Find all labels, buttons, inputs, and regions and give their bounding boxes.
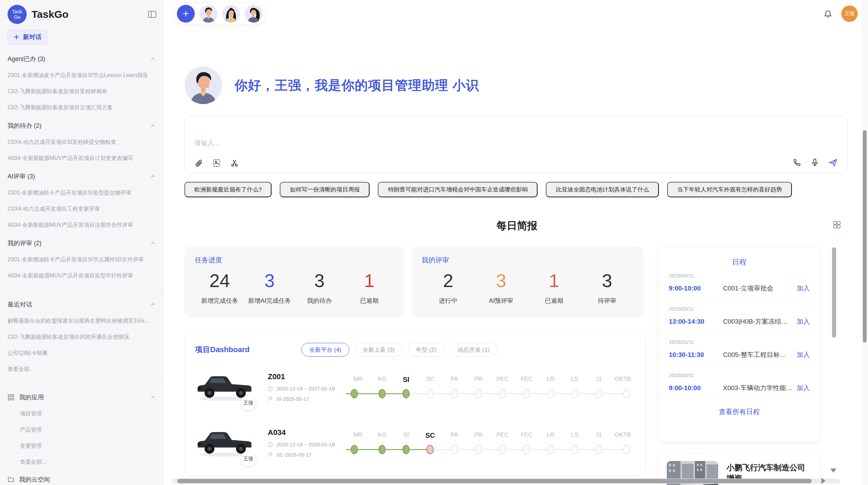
- recent-chat-item[interactable]: 解释最新出台的欧盟报废车法规再生塑料比例被调至15%...: [8, 318, 156, 325]
- sidebar-item-cloud-space[interactable]: 我的云空间: [8, 475, 156, 484]
- group-header-recent-chats[interactable]: 最近对话: [8, 300, 156, 309]
- milestone-dot-pr: [475, 389, 482, 398]
- suggestion-chip[interactable]: 如何写一份清晰的项目周报: [280, 182, 370, 197]
- suggestion-chip[interactable]: 比亚迪全固态电池计划具体说了什么: [546, 182, 659, 197]
- group-header-ai-review[interactable]: AI评审 (3): [8, 172, 156, 181]
- project-row-a034[interactable]: 王强 A034 2023-12-19 ~ 2026-01-19: [195, 421, 635, 465]
- stat-new-done: 24 新增完成任务: [195, 270, 245, 305]
- add-agent-button[interactable]: [177, 5, 195, 23]
- view-all-schedule-link[interactable]: 查看所有日程: [669, 400, 810, 424]
- milestone-lr: LR: [539, 376, 563, 398]
- suggestion-chip[interactable]: 欧洲新规最近颁布了什么?: [184, 182, 272, 197]
- filter-year-model[interactable]: 年型 (2): [408, 343, 444, 357]
- milestone-fec: FEC: [515, 432, 539, 454]
- recent-chat-item[interactable]: C02-飞腾新能源轻客改款项目的闭环通告反馈情况: [8, 334, 156, 341]
- project-node-date: SC-2025-05-17: [268, 452, 346, 458]
- suggestion-chip[interactable]: 当下年轻人对汽车外观有怎样的喜好趋势: [667, 182, 792, 197]
- sidebar-item[interactable]: C02-飞腾新能源轻客改款项目里程碑画布: [8, 88, 156, 95]
- agent-avatar-1[interactable]: [200, 5, 217, 23]
- schedule-name: C005-整车工程目标评审: [723, 350, 793, 359]
- sidebar-nav: Agent已办 (3) Z001-全新燃油皮卡产品开发项目SI节点Lesson …: [0, 55, 163, 485]
- sidebar-item[interactable]: C0X4-动力总成开发项目工程变更评审: [8, 206, 156, 213]
- milestone-pr: PR: [466, 432, 490, 454]
- milestone-dot-lr: [547, 445, 554, 454]
- join-link[interactable]: 加入: [797, 350, 810, 359]
- project-node-date: SI-2025-05-17: [268, 396, 346, 402]
- group-label: 我的待办 (2): [8, 122, 41, 130]
- agent-avatar-3[interactable]: [245, 5, 263, 23]
- sidebar-item-my-apps[interactable]: 我的应用: [8, 393, 156, 401]
- schedule-name: C001-立项审批会: [723, 284, 793, 293]
- milestone-fec: FEC: [515, 376, 539, 398]
- owner-badge: 王强: [240, 395, 256, 411]
- project-row-z001[interactable]: 王强 Z001 2023-12-19 ~ 2027-01-19: [195, 365, 635, 409]
- collapse-sidebar-icon[interactable]: [148, 11, 156, 18]
- join-link[interactable]: 加入: [797, 284, 810, 293]
- group-label: Agent已办 (3): [8, 55, 45, 63]
- attachment-icon[interactable]: [194, 159, 203, 167]
- sidebar-item[interactable]: A034-全新新能源MUV产品开发项目计划变更表编写: [8, 155, 156, 162]
- apps-view-all[interactable]: 查看全部...: [8, 459, 156, 466]
- chevron-up-icon: [150, 123, 156, 128]
- schedule-date: 2025/03/11: [669, 372, 810, 378]
- my-review-card: 我的评审 2 进行中 3 AI预评审: [411, 247, 644, 318]
- main-area: 王强 你好，王强，我是你的项目管理助理 小识: [164, 0, 868, 485]
- milestone-dot-sc: [426, 445, 434, 454]
- horizontal-scrollbar-thumb[interactable]: [177, 479, 812, 483]
- group-header-agent-done[interactable]: Agent已办 (3): [8, 55, 156, 63]
- topbar-right: 王强: [823, 5, 858, 22]
- chat-input[interactable]: [194, 139, 743, 152]
- content-vertical-scrollbar-thumb[interactable]: [832, 247, 836, 338]
- filter-powertrain[interactable]: 动总开发 (1): [450, 343, 498, 357]
- sidebar-item[interactable]: C02-飞腾新能源轻客改款项目立项汇报方案: [8, 104, 156, 111]
- image-upload-icon[interactable]: [212, 159, 221, 167]
- filter-new-body[interactable]: 全新上装 (3): [355, 343, 403, 357]
- sidebar-item[interactable]: A034-全新新能源MUV产品开发项目法规符合性评审: [8, 222, 156, 229]
- daily-brief-header: 每日简报: [184, 219, 849, 233]
- scissors-icon[interactable]: [230, 159, 239, 167]
- project-date-range: 2023-12-19 ~ 2027-01-19: [268, 386, 346, 391]
- milestone-dot-oktb: [623, 445, 630, 454]
- group-header-my-todo[interactable]: 我的待办 (2): [8, 122, 156, 130]
- new-chat-button[interactable]: 新对话: [8, 29, 47, 45]
- schedule-item: 2025/03/11 9:00-10:00 X003-车辆动力学性能验... 加…: [669, 366, 810, 400]
- taskgo-logo: Task Go: [8, 5, 27, 24]
- sidebar-item[interactable]: A034-全新新能源MUV产品开发项目造型可行性评审: [8, 272, 156, 279]
- sidebar-item[interactable]: Z001-全新燃油皮卡产品开发项目SI节点Lesson Learn报告: [8, 72, 156, 79]
- sidebar-item[interactable]: C0X4-动力总成开发项目SI里程碑提交物检查: [8, 139, 156, 146]
- sidebar-item[interactable]: Z001-全新燃油轻卡产品开发项目SI造型提交物评审: [8, 189, 156, 197]
- send-icon[interactable]: [828, 158, 838, 167]
- scroll-down-arrow-icon[interactable]: [830, 469, 836, 473]
- layout-grid-icon[interactable]: [832, 220, 841, 231]
- app-item-project-mgmt[interactable]: 项目管理: [8, 410, 156, 418]
- recent-chat-item[interactable]: 公司Q3轻卡销量: [8, 350, 156, 357]
- project-code: Z001: [268, 372, 346, 381]
- filter-new-platform[interactable]: 全新平台 (4): [301, 343, 349, 357]
- app-item-change-mgmt[interactable]: 变更管理: [8, 443, 156, 450]
- milestone-pr: PR: [466, 376, 490, 398]
- sidebar-item[interactable]: Z001-全新燃油轻卡产品开发项目SI节点属性5D文件评审: [8, 256, 156, 263]
- my-review-title: 我的评审: [422, 256, 634, 265]
- window-vertical-scrollbar-thumb[interactable]: [863, 130, 867, 343]
- scroll-right-arrow-icon[interactable]: [821, 478, 825, 484]
- suggestion-chip[interactable]: 特朗普可能对进口汽车增税会对中国车企造成哪些影响: [378, 182, 538, 197]
- user-avatar[interactable]: 王强: [841, 5, 858, 22]
- microphone-icon[interactable]: [810, 158, 819, 167]
- join-link[interactable]: 加入: [797, 317, 810, 326]
- milestone-ls: LS: [563, 376, 587, 398]
- voice-call-icon[interactable]: [793, 158, 801, 167]
- group-header-my-review[interactable]: 我的评审 (2): [8, 239, 156, 247]
- greeting-block: 你好，王强，我是你的项目管理助理 小识: [184, 66, 847, 104]
- recent-view-all[interactable]: 查看全部...: [8, 366, 156, 373]
- project-image: 王强: [195, 371, 254, 403]
- app-item-product-mgmt[interactable]: 产品管理: [8, 426, 156, 434]
- project-date-range: 2023-12-19 ~ 2026-01-19: [268, 442, 346, 447]
- milestone-j1: J1: [587, 376, 611, 398]
- join-link[interactable]: 加入: [797, 384, 810, 393]
- agent-avatar-2[interactable]: [222, 5, 240, 23]
- project-info: Z001 2023-12-19 ~ 2027-01-19 SI-2025-05-…: [268, 372, 346, 402]
- cloud-space-label: 我的云空间: [19, 475, 50, 484]
- milestone-dot-sc: [426, 389, 434, 398]
- notification-bell-icon[interactable]: [823, 9, 832, 18]
- greeting-text: 你好，王强，我是你的项目管理助理 小识: [234, 77, 479, 94]
